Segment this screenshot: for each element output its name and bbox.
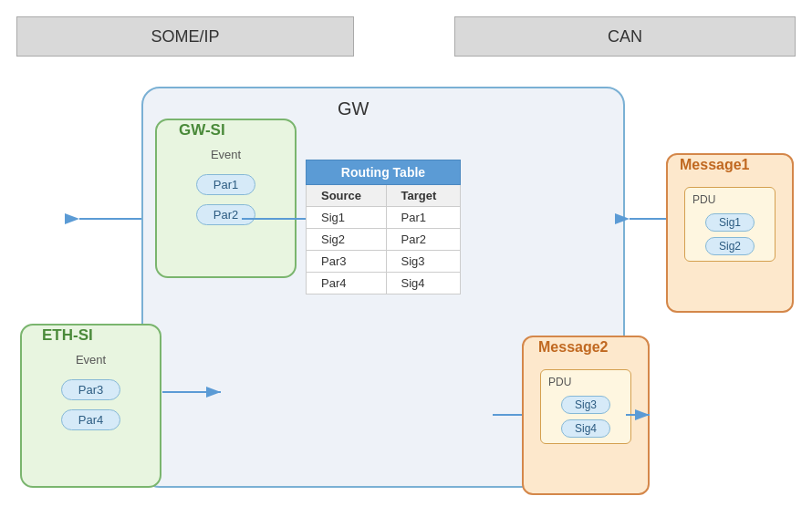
message2-sig4: Sig4: [561, 419, 610, 438]
gw-si-label: GW-SI: [179, 121, 225, 140]
routing-cell-0-0: Sig1: [307, 207, 387, 229]
eth-si-label: ETH-SI: [42, 326, 93, 345]
message2-label: Message2: [538, 339, 609, 356]
routing-row-2: Par3Sig3: [307, 251, 461, 273]
some-ip-banner: SOME/IP: [16, 16, 354, 57]
routing-col-target: Target: [386, 185, 460, 207]
routing-row-1: Sig2Par2: [307, 229, 461, 251]
message2-box: PDU Sig3 Sig4: [522, 336, 650, 495]
can-banner: CAN: [454, 16, 796, 57]
routing-col-source: Source: [307, 185, 387, 207]
gw-si-event-label: Event: [211, 148, 241, 161]
routing-cell-2-0: Par3: [307, 251, 387, 273]
routing-row-3: Par4Sig4: [307, 273, 461, 294]
message1-pdu: PDU Sig1 Sig2: [684, 187, 776, 262]
routing-cell-3-0: Par4: [307, 273, 387, 294]
eth-si-par3: Par3: [61, 379, 120, 400]
routing-table-header: Routing Table: [307, 160, 461, 185]
routing-cell-1-1: Par2: [386, 229, 460, 251]
gw-si-box: Event Par1 Par2: [155, 119, 297, 278]
message1-box: PDU Sig1 Sig2: [666, 153, 794, 313]
message2-sig3: Sig3: [561, 396, 610, 414]
eth-si-par4: Par4: [61, 409, 120, 430]
eth-si-box: Event Par3 Par4: [20, 324, 161, 488]
routing-table: Routing Table Source Target Sig1Par1Sig2…: [306, 160, 461, 294]
message2-pdu: PDU Sig3 Sig4: [540, 369, 631, 444]
routing-cell-0-1: Par1: [386, 207, 460, 229]
gw-si-par2: Par2: [196, 204, 255, 225]
routing-row-0: Sig1Par1: [307, 207, 461, 229]
gw-label: GW: [338, 98, 369, 119]
routing-cell-2-1: Sig3: [386, 251, 460, 273]
message1-label: Message1: [680, 157, 750, 173]
message1-sig1: Sig1: [705, 213, 755, 232]
some-ip-label: SOME/IP: [151, 27, 219, 46]
gw-si-par1: Par1: [196, 174, 255, 195]
routing-cell-3-1: Sig4: [386, 273, 460, 294]
eth-si-event-label: Event: [76, 353, 106, 367]
message2-pdu-label: PDU: [548, 376, 571, 388]
can-label: CAN: [608, 27, 642, 46]
routing-cell-1-0: Sig2: [307, 229, 387, 251]
message1-sig2: Sig2: [705, 237, 755, 255]
message1-pdu-label: PDU: [692, 193, 715, 206]
